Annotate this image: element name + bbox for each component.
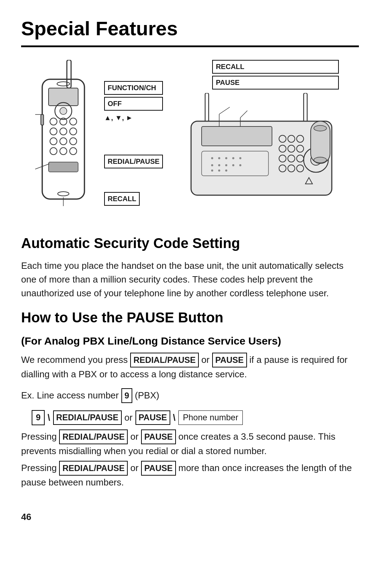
pause-key3: PAUSE: [141, 429, 176, 444]
pause-key2: PAUSE: [135, 410, 170, 425]
pause-heading: How to Use the PAUSE Button: [21, 307, 359, 328]
svg-point-29: [211, 157, 213, 159]
ex-label: Ex. Line access number: [21, 390, 121, 401]
dialing-example-row: 9 \ REDIAL/PAUSE or PAUSE \ Phone number: [32, 410, 359, 425]
svg-point-36: [225, 164, 227, 166]
svg-point-6: [70, 118, 77, 125]
base-labels: RECALL PAUSE: [212, 60, 339, 89]
pause-para3: Pressing REDIAL/PAUSE or PAUSE more than…: [21, 461, 359, 489]
backslash1: \: [48, 411, 50, 425]
svg-line-63: [240, 111, 247, 118]
svg-point-59: [314, 157, 327, 163]
para1-start: We recommend you press: [21, 354, 130, 365]
base-unit-svg: [184, 93, 339, 206]
nine-key-ex: 9: [121, 388, 132, 403]
svg-point-20: [58, 192, 69, 196]
page-number: 46: [21, 510, 359, 524]
security-body: Each time you place the handset on the b…: [21, 259, 359, 300]
function-ch-label: FUNCTION/CH: [104, 81, 163, 95]
svg-point-41: [225, 169, 227, 172]
svg-point-30: [218, 157, 220, 159]
pause-key1: PAUSE: [212, 353, 247, 367]
handset-group: FUNCTION/CH OFF ▲, ▼, ► REDIAL/PAUSE REC…: [21, 60, 163, 219]
svg-rect-27: [202, 126, 272, 146]
pause-label: PAUSE: [212, 76, 339, 89]
svg-point-17: [60, 107, 67, 114]
svg-point-37: [232, 164, 234, 166]
svg-point-13: [50, 148, 57, 155]
recall-label: RECALL: [212, 60, 339, 74]
page-title: Special Features: [21, 14, 359, 43]
svg-rect-0: [67, 60, 71, 88]
section-pause-button: How to Use the PAUSE Button (For Analog …: [21, 307, 359, 489]
security-heading: Automatic Security Code Setting: [21, 233, 359, 253]
svg-rect-25: [304, 93, 307, 125]
para3-pressing: Pressing: [21, 463, 59, 473]
redial-pause-key2: REDIAL/PAUSE: [53, 410, 122, 425]
para1-or1: or: [199, 354, 212, 365]
backslash2: \: [173, 411, 176, 425]
svg-point-58: [314, 125, 327, 131]
arrows-label: ▲, ▼, ►: [104, 113, 163, 123]
para3-or: or: [128, 463, 141, 473]
pause-para1: We recommend you press REDIAL/PAUSE or P…: [21, 353, 359, 381]
svg-point-9: [70, 128, 77, 135]
svg-point-4: [50, 118, 57, 125]
svg-point-12: [70, 138, 77, 145]
svg-point-7: [50, 128, 57, 135]
svg-point-14: [60, 148, 67, 155]
svg-point-38: [239, 164, 241, 166]
base-unit-group: RECALL PAUSE: [184, 60, 339, 210]
svg-rect-18: [41, 114, 44, 125]
recall-bottom-label: RECALL: [104, 192, 163, 206]
ex-line: Ex. Line access number 9 (PBX): [21, 388, 359, 403]
or2: or: [125, 411, 133, 425]
svg-line-61: [219, 107, 230, 114]
svg-point-39: [211, 169, 213, 172]
dialing-nine: 9: [32, 410, 45, 425]
svg-point-32: [232, 157, 234, 159]
illustration-section: FUNCTION/CH OFF ▲, ▼, ► REDIAL/PAUSE REC…: [21, 60, 359, 219]
section-security-code: Automatic Security Code Setting Each tim…: [21, 233, 359, 300]
svg-point-15: [70, 148, 77, 155]
svg-rect-19: [49, 162, 78, 172]
svg-point-40: [218, 169, 220, 172]
phone-number-box: Phone number: [178, 410, 243, 425]
handset-illustration: [21, 60, 99, 219]
title-divider: [21, 45, 359, 47]
para2-or: or: [128, 431, 141, 442]
svg-point-11: [60, 138, 67, 145]
svg-point-33: [239, 157, 241, 159]
pbx-label: (PBX): [135, 390, 159, 401]
pause-key4: PAUSE: [141, 461, 176, 476]
redial-pause-key4: REDIAL/PAUSE: [59, 461, 128, 476]
svg-rect-2: [49, 88, 78, 106]
redial-pause-key3: REDIAL/PAUSE: [59, 429, 128, 444]
svg-point-35: [218, 164, 220, 166]
handset-labels: FUNCTION/CH OFF ▲, ▼, ► REDIAL/PAUSE REC…: [104, 60, 163, 206]
off-label: OFF: [104, 97, 163, 111]
svg-rect-24: [205, 93, 209, 125]
svg-point-34: [211, 164, 213, 166]
para2-pressing: Pressing: [21, 431, 59, 442]
svg-point-3: [57, 82, 70, 86]
svg-point-10: [50, 138, 57, 145]
redial-pause-label: REDIAL/PAUSE: [104, 155, 163, 168]
pause-para2: Pressing REDIAL/PAUSE or PAUSE once crea…: [21, 429, 359, 458]
svg-point-31: [225, 157, 227, 159]
pause-subheading: (For Analog PBX Line/Long Distance Servi…: [21, 333, 359, 349]
svg-point-8: [60, 128, 67, 135]
redial-pause-key1: REDIAL/PAUSE: [130, 353, 199, 367]
